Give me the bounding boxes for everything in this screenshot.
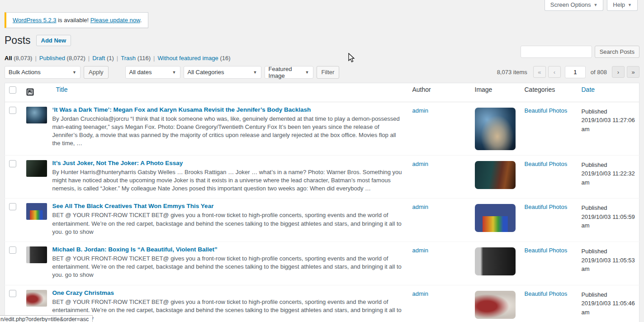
author-link[interactable]: admin (412, 290, 428, 297)
first-page-button[interactable]: « (533, 66, 546, 78)
post-date: 2019/10/03 11:05:59 am (582, 213, 635, 229)
row-checkbox[interactable] (9, 160, 16, 167)
row-checkbox[interactable] (9, 290, 16, 297)
author-link[interactable]: admin (412, 107, 428, 114)
browser-status-bar: n/edit.php?orderby=title&order=asc (0, 315, 93, 322)
pagination: 8,073 items « ‹ of 808 › » (497, 66, 639, 78)
prev-page-button[interactable]: ‹ (548, 66, 561, 78)
items-count: 8,073 items (497, 69, 527, 76)
post-thumbnail (26, 246, 47, 263)
post-excerpt: By Jordan Crucchiola@jorcru “I think tha… (52, 115, 404, 148)
post-status: Published (582, 161, 607, 168)
table-header-row: Title Author Image Categories Date (5, 83, 639, 102)
post-title-link[interactable]: Michael B. Jordan: Boxing Is “A Beautifu… (52, 246, 218, 253)
post-excerpt: BET @ YOUR FRONT-ROW TICKET BET@ gives y… (52, 211, 404, 236)
post-excerpt: BET @ YOUR FRONT-ROW TICKET BET@ gives y… (52, 298, 404, 322)
author-column-header: Author (412, 86, 431, 93)
post-excerpt: By Hunter Harris@hunteryharris Gatsby We… (52, 168, 404, 193)
screen-options-button[interactable]: Screen Options ▼ (545, 0, 604, 11)
select-all-checkbox[interactable] (9, 86, 16, 94)
screen-meta-links: Screen Options ▼ Help ▼ (545, 0, 638, 11)
featured-image-thumbnail (475, 291, 516, 319)
table-row: ‘It Was a Dark Time’: Megan Fox and Kary… (5, 102, 639, 155)
category-link[interactable]: Beautiful Photos (525, 204, 568, 210)
featured-image-thumbnail (475, 247, 516, 275)
post-thumbnail (26, 290, 47, 307)
post-thumbnail (26, 203, 47, 220)
post-title-link[interactable]: It’s Just Joker, Not The Joker: A Photo … (52, 160, 183, 166)
date-filter-select[interactable]: All dates ▼ (125, 66, 180, 79)
wordpress-posts-page: Screen Options ▼ Help ▼ WordPress 5.2.3 … (0, 0, 644, 322)
sort-by-date-header[interactable]: Date (582, 86, 595, 93)
separator: | (35, 55, 36, 62)
row-checkbox[interactable] (9, 246, 16, 254)
chevron-down-icon: ▼ (172, 70, 176, 75)
row-checkbox[interactable] (9, 107, 16, 114)
post-thumbnail (26, 160, 47, 177)
post-title-link[interactable]: See All The Black Creatives That Won Emm… (52, 203, 214, 209)
view-trash-link[interactable]: Trash (116) (121, 55, 151, 62)
post-status: Published (582, 108, 607, 115)
table-row: It’s Just Joker, Not The Joker: A Photo … (5, 155, 639, 199)
category-link[interactable]: Beautiful Photos (525, 161, 568, 167)
featured-image-column-icon (26, 88, 34, 97)
last-page-button[interactable]: » (627, 66, 639, 78)
sort-by-title-header[interactable]: Title (56, 86, 68, 93)
search-input[interactable] (521, 46, 592, 58)
post-status: Published (582, 291, 607, 298)
post-title-link[interactable]: One Crazy Christmas (52, 289, 114, 296)
post-date: 2019/10/03 11:27:06 am (582, 117, 635, 133)
date-filter-value: All dates (129, 69, 152, 76)
author-link[interactable]: admin (412, 204, 428, 210)
post-date: 2019/10/03 11:22:32 am (582, 170, 635, 186)
featured-image-thumbnail (475, 204, 516, 232)
filter-button[interactable]: Filter (317, 66, 340, 79)
chevron-down-icon: ▼ (253, 70, 257, 75)
current-page-input[interactable] (565, 66, 586, 78)
view-published-link[interactable]: Published (8,072) (39, 55, 85, 62)
next-page-button[interactable]: › (612, 66, 625, 78)
bulk-actions-select[interactable]: Bulk Actions ▼ (5, 66, 80, 79)
post-status: Published (582, 204, 607, 211)
featured-image-thumbnail (475, 108, 516, 150)
category-link[interactable]: Beautiful Photos (525, 107, 568, 114)
table-row: One Crazy Christmas BET @ YOUR FRONT-ROW… (5, 285, 639, 322)
search-posts-button[interactable]: Search Posts (595, 46, 639, 58)
view-all-link[interactable]: All (8,073) (5, 55, 32, 62)
search-box: Search Posts (521, 46, 639, 58)
separator: | (117, 55, 118, 62)
post-date: 2019/10/03 11:05:46 am (582, 300, 635, 316)
post-thumbnail (26, 107, 47, 123)
category-filter-value: All Categories (188, 69, 224, 76)
table-row: Michael B. Jordan: Boxing Is “A Beautifu… (5, 242, 639, 285)
separator: | (153, 55, 155, 62)
separator: | (88, 55, 90, 62)
post-title-link[interactable]: ‘It Was a Dark Time’: Megan Fox and Kary… (52, 106, 311, 113)
update-now-link[interactable]: Please update now (90, 17, 140, 24)
author-link[interactable]: admin (412, 247, 428, 254)
image-column-header: Image (475, 86, 492, 93)
posts-table: Title Author Image Categories Date ‘It W… (5, 83, 639, 322)
category-filter-select[interactable]: All Categories ▼ (184, 66, 261, 79)
category-link[interactable]: Beautiful Photos (525, 290, 568, 297)
featured-image-filter-value: Featured Image (269, 66, 301, 79)
table-row: See All The Black Creatives That Won Emm… (5, 199, 639, 242)
view-without-featured-image-link[interactable]: Without featured image (16) (157, 55, 230, 62)
status-url: n/edit.php?orderby=title&order=asc (0, 316, 89, 322)
add-new-button[interactable]: Add New (36, 35, 71, 46)
wordpress-version-link[interactable]: WordPress 5.2.3 (13, 17, 57, 24)
categories-column-header: Categories (525, 86, 555, 93)
help-button[interactable]: Help ▼ (607, 0, 638, 11)
page-title: Posts (5, 34, 31, 47)
category-link[interactable]: Beautiful Photos (525, 247, 568, 254)
total-pages-label: of 808 (591, 69, 607, 76)
view-draft-link[interactable]: Draft (1) (92, 55, 114, 62)
row-checkbox[interactable] (9, 203, 16, 210)
chevron-down-icon: ▼ (593, 3, 597, 7)
post-excerpt: BET @ YOUR FRONT-ROW TICKET BET@ gives y… (52, 255, 404, 279)
author-link[interactable]: admin (412, 161, 428, 167)
apply-button[interactable]: Apply (84, 66, 109, 79)
screen-options-label: Screen Options (550, 1, 591, 8)
featured-image-filter-select[interactable]: Featured Image ▼ (265, 66, 313, 79)
post-status: Published (582, 248, 607, 255)
